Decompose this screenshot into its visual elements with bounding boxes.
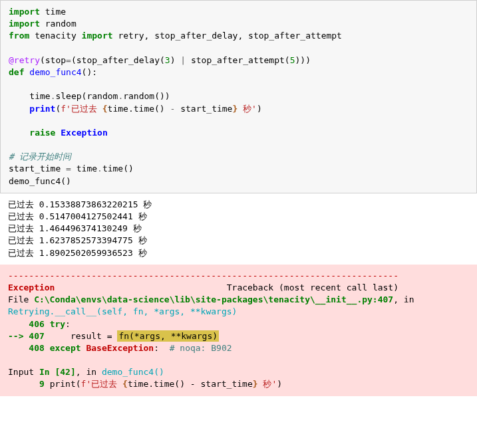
highlighted-code: fn(*args, **kwargs) [117, 330, 219, 342]
output-line: 已过去 0.15338873863220215 秒 [8, 199, 152, 209]
traceback-separator: ----------------------------------------… [8, 271, 398, 280]
output-line: 已过去 1.8902502059936523 秒 [8, 248, 147, 258]
output-content: 已过去 0.15338873863220215 秒 已过去 0.51470041… [8, 199, 469, 259]
stdout-output: 已过去 0.15338873863220215 秒 已过去 0.51470041… [0, 193, 477, 265]
error-arrow: --> 407 [8, 331, 45, 341]
output-line: 已过去 0.5147004127502441 秒 [8, 211, 147, 221]
input-cell-ref: In [42] [39, 367, 76, 377]
error-traceback: ----------------------------------------… [0, 265, 477, 396]
keyword-from: from [9, 31, 29, 41]
traceback-label: Traceback (most recent call last) [227, 282, 398, 292]
comment: # 记录开始时间 [9, 152, 71, 162]
file-path: C:\Conda\envs\data-science\lib\site-pack… [34, 294, 393, 304]
exception-class: Exception [61, 128, 107, 138]
exception-name: Exception [8, 282, 55, 292]
function-signature: Retrying.__call__(self, fn, *args, **kwa… [8, 306, 237, 316]
function-call: demo_func4() [9, 176, 71, 186]
keyword-import: import [9, 19, 40, 29]
decorator: @retry [9, 55, 40, 65]
keyword-import: import [82, 31, 113, 41]
keyword-def: def [9, 67, 24, 77]
module-name: time [45, 7, 66, 17]
traceback-content: ----------------------------------------… [8, 270, 469, 391]
code-input-cell: import time import random from tenacity … [0, 0, 477, 193]
output-line: 已过去 1.464496374130249 秒 [8, 223, 142, 233]
import-names: retry, stop_after_delay, stop_after_atte… [118, 31, 342, 41]
code-content: import time import random from tenacity … [9, 6, 468, 187]
module-name: random [45, 19, 77, 29]
keyword-import: import [9, 7, 40, 17]
keyword-raise: raise [29, 128, 55, 138]
output-line: 已过去 1.6237852573394775 秒 [8, 235, 147, 245]
module-name: tenacity [35, 31, 77, 41]
function-name: demo_func4 [29, 67, 81, 77]
